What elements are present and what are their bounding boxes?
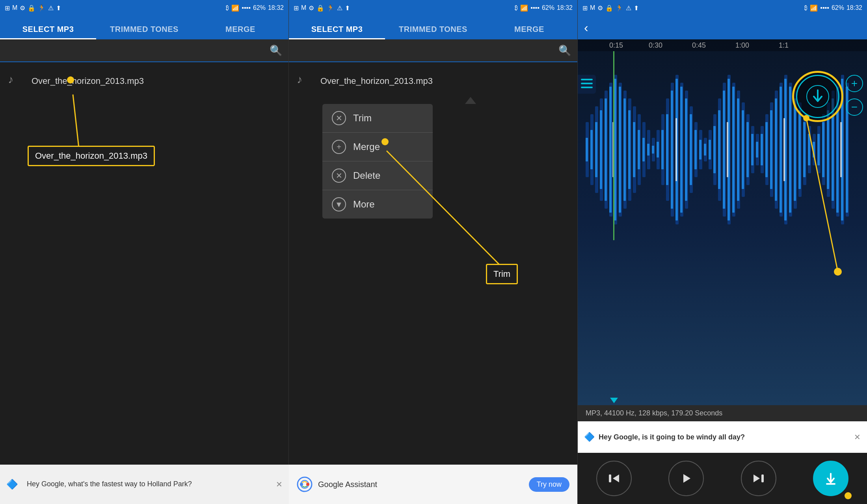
- svg-rect-69: [619, 87, 621, 213]
- svg-rect-134: [761, 474, 764, 482]
- tab-select-mp3-1[interactable]: SELECT MP3: [0, 19, 96, 39]
- lock-icon-2: 🔒: [316, 4, 324, 12]
- svg-rect-85: [694, 130, 697, 169]
- svg-rect-86: [699, 140, 701, 159]
- more-label: More: [353, 199, 375, 210]
- menu-item-merge[interactable]: + Merge: [322, 133, 433, 161]
- search-icon-1[interactable]: 🔍: [270, 44, 282, 57]
- bluetooth-icon-3: ₿: [804, 4, 807, 11]
- tab-trimmed-tones-1[interactable]: TRIMMED TONES: [96, 19, 192, 39]
- svg-rect-83: [685, 98, 687, 201]
- tab-select-mp3-2[interactable]: SELECT MP3: [289, 19, 385, 39]
- merge-label: Merge: [353, 141, 380, 152]
- zoom-minus-button[interactable]: −: [846, 98, 863, 116]
- save-download-button[interactable]: [813, 461, 848, 496]
- svg-rect-74: [642, 138, 645, 161]
- svg-rect-80: [671, 91, 673, 209]
- svg-rect-120: [727, 122, 728, 177]
- ad-text-3: Hey Google, is it going to be windy all …: [599, 433, 850, 441]
- zoom-plus-button[interactable]: +: [846, 75, 863, 92]
- runner-icon-2: 🏃: [327, 4, 335, 12]
- playback-controls: [578, 453, 867, 504]
- svg-rect-77: [657, 142, 659, 158]
- svg-rect-108: [803, 122, 806, 177]
- trim-icon: ✕: [332, 111, 346, 125]
- search-bar-1: 🔍: [0, 39, 288, 62]
- signal-icon-2: ▪▪▪▪: [530, 4, 540, 11]
- svg-rect-78: [661, 130, 664, 169]
- music-icon-2: ♪: [297, 73, 313, 89]
- svg-rect-121: [783, 118, 785, 181]
- tab-merge-2[interactable]: MERGE: [481, 19, 577, 39]
- svg-rect-98: [756, 142, 758, 158]
- tab-trimmed-tones-2[interactable]: TRIMMED TONES: [385, 19, 481, 39]
- next-icon: [753, 472, 765, 484]
- timeline-marker-045: 0:45: [692, 41, 706, 50]
- annotation-text-1: Over_the_horizon_2013.mp3: [35, 151, 147, 161]
- google-assistant-text: Google Assistant: [318, 480, 377, 489]
- menu-item-more[interactable]: ▼ More: [322, 190, 433, 219]
- status-icons-left: ⊞ M ⚙ 🔒 🏃 ⚠ ⬆: [5, 4, 61, 12]
- search-input-2[interactable]: [295, 45, 558, 56]
- upload-icon-3: ⬆: [634, 4, 639, 12]
- svg-rect-79: [666, 114, 668, 185]
- playhead-line: [613, 51, 614, 240]
- file-item-2[interactable]: ♪ Over_the_horizon_2013.mp3: [289, 65, 577, 97]
- timeline-marker-015: 0:15: [609, 41, 623, 50]
- svg-marker-132: [683, 474, 690, 483]
- svg-rect-90: [718, 110, 720, 189]
- timeline-marker-110: 1:1: [779, 41, 789, 50]
- runner-icon-3: 🏃: [616, 4, 623, 12]
- file-list-1: ♪ Over_the_horizon_2013.mp3: [0, 62, 288, 504]
- download-circle-button[interactable]: [792, 71, 843, 122]
- battery-3: 62%: [832, 4, 844, 11]
- svg-rect-89: [713, 126, 716, 173]
- svg-rect-109: [808, 134, 810, 165]
- ad-close-1[interactable]: ✕: [276, 480, 283, 489]
- back-button[interactable]: ‹: [584, 20, 588, 35]
- menu-item-delete[interactable]: ✕ Delete: [322, 161, 433, 190]
- time-3: 18:32: [847, 4, 862, 11]
- svg-rect-103: [780, 87, 782, 213]
- status-icons-right-3: ₿ 📶 ▪▪▪▪ 62% 18:32: [804, 4, 862, 12]
- annotation-box-trim: Trim: [486, 264, 518, 284]
- timeline-marker-030: 0:30: [649, 41, 662, 50]
- prev-button[interactable]: [596, 461, 632, 496]
- svg-point-5: [306, 483, 309, 486]
- download-icon: [806, 85, 830, 108]
- svg-rect-91: [723, 91, 725, 209]
- panel-1: ⊞ M ⚙ 🔒 🏃 ⚠ ⬆ ₿ 📶 ▪▪▪▪ 62% 18:32 SELECT …: [0, 0, 289, 504]
- ad-close-3[interactable]: ✕: [854, 432, 861, 442]
- svg-rect-102: [775, 98, 777, 201]
- wifi-icon-2: 📶: [520, 4, 528, 12]
- svg-rect-71: [628, 110, 631, 189]
- file-info-text: MP3, 44100 Hz, 128 kbps, 179.20 Seconds: [586, 409, 722, 417]
- search-icon-2[interactable]: 🔍: [558, 44, 571, 57]
- menu-item-trim[interactable]: ✕ Trim: [322, 104, 433, 133]
- play-button[interactable]: [668, 461, 704, 496]
- settings-icon: ⚙: [20, 4, 25, 12]
- tab-bar-2: SELECT MP3 TRIMMED TONES MERGE: [289, 16, 577, 39]
- waveform-header: ‹: [578, 16, 867, 39]
- svg-rect-125: [581, 87, 593, 88]
- settings-icon-2: ⚙: [309, 4, 314, 12]
- try-now-button[interactable]: Try now: [529, 477, 569, 492]
- bluetooth-icon-2: ₿: [515, 4, 518, 11]
- svg-rect-82: [680, 87, 683, 213]
- status-bar-2: ⊞ M ⚙ 🔒 🏃 ⚠ ⬆ ₿ 📶 ▪▪▪▪ 62% 18:32: [289, 0, 577, 16]
- upload-icon: ⬆: [56, 4, 61, 12]
- side-menu-button[interactable]: [578, 75, 596, 94]
- delete-label: Delete: [353, 170, 380, 181]
- tab-merge-1[interactable]: MERGE: [192, 19, 288, 39]
- merge-icon: +: [332, 140, 346, 154]
- svg-marker-130: [613, 474, 619, 482]
- svg-rect-75: [647, 144, 649, 156]
- ad-icon-1: 🔷: [6, 479, 18, 490]
- battery-percent: 62%: [253, 4, 266, 11]
- runner-icon: 🏃: [38, 4, 46, 12]
- panel-2: ⊞ M ⚙ 🔒 🏃 ⚠ ⬆ ₿ 📶 ▪▪▪▪ 62% 18:32 SELECT …: [289, 0, 578, 504]
- svg-rect-96: [746, 122, 749, 177]
- next-button[interactable]: [741, 461, 776, 496]
- search-input-1[interactable]: [6, 45, 270, 56]
- file-item-1[interactable]: ♪ Over_the_horizon_2013.mp3: [0, 65, 288, 97]
